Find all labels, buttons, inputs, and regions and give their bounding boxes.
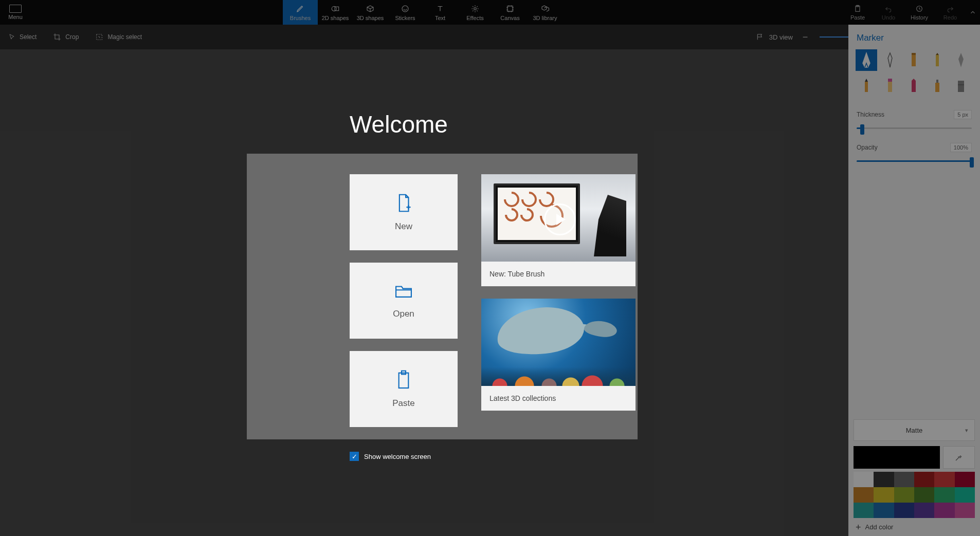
card-image-tube	[481, 174, 636, 262]
card-caption: New: Tube Brush	[481, 262, 636, 286]
welcome-new-tile[interactable]: New	[350, 174, 458, 250]
paste-clipboard-icon	[395, 370, 412, 392]
svg-rect-20	[399, 373, 409, 387]
show-welcome-label: Show welcome screen	[364, 453, 431, 460]
welcome-card-3d-collections[interactable]: Latest 3D collections	[481, 299, 636, 411]
welcome-open-tile[interactable]: Open	[350, 263, 458, 339]
new-file-icon	[395, 193, 412, 215]
show-welcome-checkbox[interactable]: ✓	[350, 452, 359, 461]
welcome-title: Welcome	[350, 110, 638, 138]
show-welcome-checkbox-row: ✓ Show welcome screen	[350, 452, 638, 461]
card-caption: Latest 3D collections	[481, 386, 636, 411]
card-image-sea	[481, 299, 636, 386]
welcome-card-tube-brush[interactable]: New: Tube Brush	[481, 174, 636, 286]
welcome-dialog: Welcome New Open Paste	[247, 110, 638, 461]
welcome-paste-tile[interactable]: Paste	[350, 351, 458, 427]
open-folder-icon	[394, 283, 413, 303]
play-icon	[544, 204, 576, 235]
